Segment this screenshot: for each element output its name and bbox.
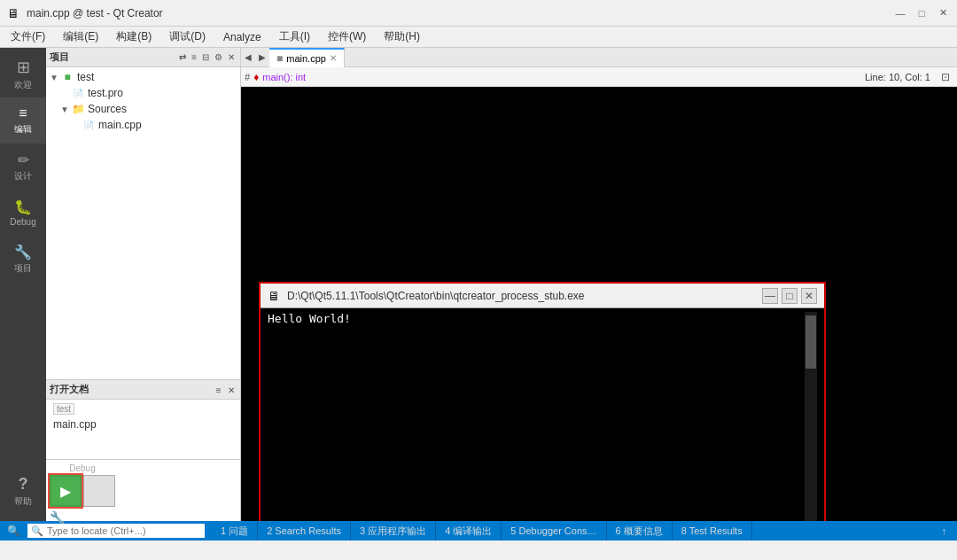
open-doc-maincpp[interactable]: main.cpp [46, 416, 240, 432]
status-tab-summary[interactable]: 6 概要信息 [607, 521, 673, 541]
tree-label-test: test [77, 71, 94, 83]
project-tree: ▼ ■ test 📄 test.pro ▼ 📁 Sources 📄 main.c… [46, 67, 240, 379]
status-tab-problems[interactable]: 1 问题 [212, 521, 258, 541]
sync-btn[interactable]: ⇄ [177, 51, 188, 63]
sidebar-label-edit: 编辑 [14, 123, 32, 136]
terminal-window: 🖥 D:\Qt\Qt5.11.1\Tools\QtCreator\bin\qtc… [259, 282, 826, 521]
status-tabs: 1 问题 2 Search Results 3 应用程序输出 4 编译输出 5 … [212, 521, 931, 541]
statusbar: 🔍 🔍 1 问题 2 Search Results 3 应用程序输出 4 编译输… [0, 521, 957, 541]
tree-item-maincpp[interactable]: 📄 main.cpp [46, 117, 240, 133]
menu-analyze[interactable]: Analyze [216, 29, 268, 45]
function-bar: # ♦ main(): int Line: 10, Col: 1 ⊡ [241, 67, 957, 87]
titlebar: 🖥 main.cpp @ test - Qt Creator — □ ✕ [0, 0, 957, 27]
code-editor[interactable]: 1 3 5 6 7 8 9 10 #include <iostream> usi… [241, 87, 957, 521]
terminal-maximize-btn[interactable]: □ [782, 288, 798, 304]
tree-item-test[interactable]: ▼ ■ test [46, 69, 240, 85]
menu-build[interactable]: 构建(B) [109, 27, 159, 46]
status-icon: 🔍 [7, 525, 20, 537]
function-icon: ♦ [253, 71, 259, 83]
sidebar-item-design[interactable]: ✏ 设计 [0, 144, 46, 190]
project-folder-icon: ■ [60, 71, 74, 83]
status-tab-app-output[interactable]: 3 应用程序输出 [351, 521, 436, 541]
open-docs-actions: ≡ ✕ [214, 384, 237, 396]
status-right: ↑ [938, 525, 951, 536]
search-input[interactable] [47, 525, 180, 536]
debug-icon: 🐛 [14, 198, 32, 215]
maximize-button[interactable]: □ [914, 6, 929, 20]
status-tab-tests[interactable]: 8 Test Results [673, 521, 752, 541]
menu-tools[interactable]: 工具(I) [272, 27, 317, 46]
collapse-btn[interactable]: ⊟ [200, 51, 211, 63]
run-extra-button[interactable] [83, 475, 115, 507]
sidebar-item-project[interactable]: 🔧 项目 [0, 236, 46, 282]
menubar: 文件(F) 编辑(E) 构建(B) 调试(D) Analyze 工具(I) 控件… [0, 27, 957, 48]
status-tab-search[interactable]: 2 Search Results [258, 521, 351, 541]
tree-arrow-sources: ▼ [60, 105, 71, 114]
line-col-indicator: Line: 10, Col: 1 [865, 72, 934, 82]
sidebar-label-design: 设计 [14, 170, 32, 183]
sidebar-item-debug[interactable]: 🐛 Debug [0, 190, 46, 236]
tree-label-testpro: test.pro [88, 87, 123, 99]
tree-item-sources[interactable]: ▼ 📁 Sources [46, 101, 240, 117]
sidebar-item-edit[interactable]: ≡ 编辑 [0, 97, 46, 144]
open-doc-label: main.cpp [53, 418, 97, 431]
sidebar-label-project: 项目 [14, 262, 32, 275]
panel-close-btn[interactable]: ✕ [226, 51, 237, 63]
status-search-box: 🔍 [27, 524, 205, 538]
open-docs-close[interactable]: ✕ [226, 385, 237, 396]
tree-label-maincpp: main.cpp [98, 119, 142, 131]
project-toolbar: 项目 ⇄ ≡ ⊟ ⚙ ✕ [46, 48, 240, 67]
minimize-button[interactable]: — [893, 6, 907, 20]
terminal-controls: — □ ✕ [762, 288, 817, 304]
terminal-scrollbar[interactable] [805, 312, 817, 521]
status-tab-debugger[interactable]: 5 Debugger Cons… [502, 521, 606, 541]
terminal-app-icon: 🖥 [268, 289, 280, 303]
editor-split-btn[interactable]: ⊡ [938, 71, 953, 83]
terminal-minimize-btn[interactable]: — [762, 288, 778, 304]
menu-debug[interactable]: 调试(D) [162, 27, 213, 46]
tree-item-testpro[interactable]: 📄 test.pro [46, 85, 240, 101]
open-doc-test-tab: test [46, 401, 240, 416]
editor-tabbar: ◀ ▶ ■ main.cpp ✕ [241, 48, 957, 67]
sidebar-label-help: 帮助 [14, 495, 32, 508]
project-toolbar-actions: ⇄ ≡ ⊟ ⚙ ✕ [177, 51, 237, 63]
sidebar-item-welcome[interactable]: ⊞ 欢迎 [0, 51, 46, 97]
editor-tab-maincpp[interactable]: ■ main.cpp ✕ [269, 48, 345, 67]
project-panel: 项目 ⇄ ≡ ⊟ ⚙ ✕ ▼ ■ test 📄 test.pro [46, 48, 241, 521]
open-docs-filter[interactable]: ≡ [214, 385, 223, 396]
tab-close-btn[interactable]: ✕ [330, 53, 337, 63]
open-docs-title: 打开文档 [50, 383, 89, 396]
open-docs-list: test main.cpp [46, 400, 240, 459]
app-icon: 🖥 [7, 6, 19, 20]
project-icon: 🔧 [14, 244, 32, 261]
menu-file[interactable]: 文件(F) [4, 27, 52, 46]
tab-back-btn[interactable]: ◀ [241, 48, 255, 67]
run-play-icon: ▶ [60, 483, 71, 500]
sidebar-label-welcome: 欢迎 [14, 79, 32, 91]
terminal-close-btn[interactable]: ✕ [801, 288, 817, 304]
function-name[interactable]: main(): int [262, 72, 861, 82]
extra-run-icon: 🔧 [50, 510, 65, 525]
tab-fwd-btn[interactable]: ▶ [255, 48, 269, 67]
main-layout: ⊞ 欢迎 ≡ 编辑 ✏ 设计 🐛 Debug 🔧 项目 ? 帮助 项目 [0, 48, 957, 521]
window-controls: — □ ✕ [893, 6, 950, 20]
edit-icon: ≡ [19, 105, 27, 121]
sidebar-label-debug: Debug [10, 217, 35, 227]
terminal-output: Hello World! [268, 312, 351, 325]
tab-file-icon: ■ [276, 52, 283, 65]
run-panel: Debug ▶ 🔧 [46, 459, 240, 521]
run-button[interactable]: ▶ [50, 475, 82, 507]
sources-folder-icon: 📁 [71, 103, 85, 115]
settings-btn[interactable]: ⚙ [213, 51, 224, 63]
status-up-btn[interactable]: ↑ [938, 525, 951, 536]
menu-controls[interactable]: 控件(W) [321, 27, 373, 46]
status-tab-compile[interactable]: 4 编译输出 [436, 521, 502, 541]
search-icon: 🔍 [31, 525, 43, 537]
menu-edit[interactable]: 编辑(E) [56, 27, 105, 46]
menu-help[interactable]: 帮助(H) [377, 27, 427, 46]
close-button[interactable]: ✕ [936, 6, 950, 20]
terminal-scrollbar-thumb[interactable] [805, 315, 816, 369]
filter-btn[interactable]: ≡ [190, 51, 198, 63]
pro-file-icon: 📄 [71, 89, 85, 98]
sidebar-item-help[interactable]: ? 帮助 [0, 468, 46, 514]
